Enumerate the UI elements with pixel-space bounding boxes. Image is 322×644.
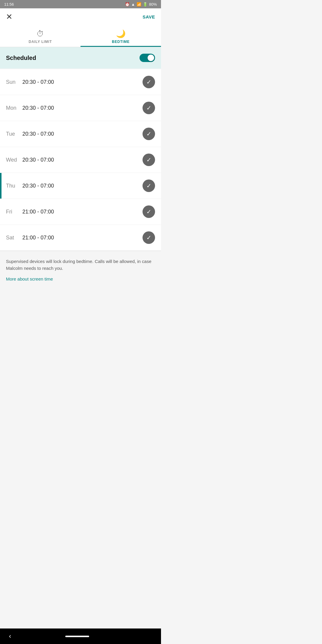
signal-icon: 📶: [137, 2, 141, 7]
day-name-tue: Tue: [6, 131, 22, 137]
day-row-mon[interactable]: Mon20:30 - 07:00✓: [0, 95, 161, 121]
day-name-thu: Thu: [6, 183, 22, 189]
tab-daily-limit[interactable]: ⏱ DAILY LIMIT: [0, 25, 80, 47]
day-row-tue[interactable]: Tue20:30 - 07:00✓: [0, 121, 161, 147]
daily-limit-label: DAILY LIMIT: [29, 40, 52, 44]
bedtime-icon: 🌙: [116, 29, 126, 38]
day-time-tue: 20:30 - 07:00: [22, 131, 143, 137]
check-circle-mon[interactable]: ✓: [143, 102, 155, 114]
battery-percent: 80%: [149, 2, 157, 7]
bottom-spacer: [0, 288, 161, 306]
battery-icon: 🔋: [143, 2, 148, 7]
save-button[interactable]: SAVE: [143, 14, 155, 19]
close-button[interactable]: ✕: [6, 13, 13, 21]
check-circle-sat[interactable]: ✓: [143, 231, 155, 244]
daily-limit-icon: ⏱: [36, 29, 44, 38]
check-circle-fri[interactable]: ✓: [143, 205, 155, 218]
toggle-thumb: [148, 55, 154, 61]
day-time-sat: 21:00 - 07:00: [22, 235, 143, 241]
status-time: 11:56: [4, 2, 14, 7]
day-name-mon: Mon: [6, 105, 22, 111]
status-bar: 11:56 ⏰ ▲ 📶 🔋 80%: [0, 0, 161, 8]
day-time-fri: 21:00 - 07:00: [22, 209, 143, 215]
day-time-mon: 20:30 - 07:00: [22, 105, 143, 111]
scheduled-label: Scheduled: [6, 55, 36, 61]
footer-description: Supervised devices will lock during bedt…: [6, 258, 155, 272]
day-name-fri: Fri: [6, 209, 22, 215]
day-row-wed[interactable]: Wed20:30 - 07:00✓: [0, 147, 161, 173]
day-time-sun: 20:30 - 07:00: [22, 79, 143, 85]
day-row-fri[interactable]: Fri21:00 - 07:00✓: [0, 199, 161, 225]
day-name-sun: Sun: [6, 79, 22, 85]
alarm-icon: ⏰: [125, 2, 130, 7]
day-name-sat: Sat: [6, 235, 22, 241]
tab-bedtime[interactable]: 🌙 BEDTIME: [80, 25, 161, 47]
day-row-sun[interactable]: Sun20:30 - 07:00✓: [0, 69, 161, 95]
day-row-thu[interactable]: Thu20:30 - 07:00✓: [0, 173, 161, 199]
check-circle-wed[interactable]: ✓: [143, 154, 155, 166]
bedtime-label: BEDTIME: [112, 40, 130, 44]
wifi-icon: ▲: [131, 2, 135, 7]
scheduled-toggle[interactable]: [140, 54, 155, 62]
day-time-wed: 20:30 - 07:00: [22, 157, 143, 163]
scheduled-row: Scheduled: [0, 47, 161, 69]
day-row-sat[interactable]: Sat21:00 - 07:00✓: [0, 225, 161, 251]
more-about-screen-time-link[interactable]: More about screen time: [6, 276, 53, 281]
day-time-thu: 20:30 - 07:00: [22, 183, 143, 189]
top-bar: ✕ SAVE: [0, 8, 161, 25]
tab-underline: [80, 46, 161, 47]
check-circle-thu[interactable]: ✓: [143, 179, 155, 192]
tab-bar: ⏱ DAILY LIMIT 🌙 BEDTIME: [0, 25, 161, 47]
day-list: Sun20:30 - 07:00✓Mon20:30 - 07:00✓Tue20:…: [0, 69, 161, 251]
status-icons: ⏰ ▲ 📶 🔋 80%: [125, 2, 157, 7]
check-circle-tue[interactable]: ✓: [143, 128, 155, 140]
day-name-wed: Wed: [6, 157, 22, 163]
check-circle-sun[interactable]: ✓: [143, 76, 155, 88]
footer-section: Supervised devices will lock during bedt…: [0, 251, 161, 288]
